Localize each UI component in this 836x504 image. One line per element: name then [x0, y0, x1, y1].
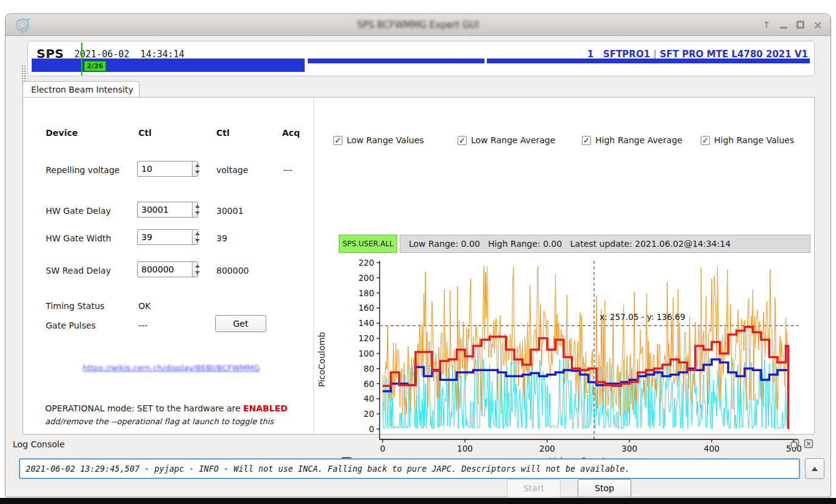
device-label: HW Gate Width	[46, 233, 111, 243]
supercycle-bar-segment-2	[308, 59, 484, 63]
checkbox-low-range-values[interactable]: ✓ Low Range Values	[333, 135, 424, 145]
spin-up-icon[interactable]	[193, 230, 197, 237]
svg-text:100: 100	[457, 444, 473, 453]
tab-electron-beam-intensity[interactable]: Electron Beam Intensity	[23, 81, 140, 98]
svg-text:200: 200	[539, 444, 555, 453]
check-icon: ✓	[459, 136, 466, 145]
maximize-button[interactable]	[793, 18, 808, 32]
device-label: SW Read Delay	[46, 266, 111, 275]
svg-text:80: 80	[364, 364, 374, 374]
checkbox-box[interactable]: ✓	[458, 136, 467, 145]
dock-float-icon[interactable]	[790, 439, 800, 449]
maximize-icon	[796, 21, 804, 29]
device-label: Timing Status	[46, 301, 104, 311]
spin-down-icon[interactable]	[193, 237, 197, 244]
gate-pulses-value: ---	[138, 321, 147, 330]
device-label: HW Gate Delay	[46, 206, 111, 216]
ctl2-value: 39	[216, 233, 227, 243]
hw-gate-width-input[interactable]	[138, 230, 192, 244]
checkbox-high-range-values[interactable]: ✓ High Range Values	[701, 135, 794, 145]
spin-up-icon[interactable]	[193, 202, 197, 210]
cycle-count-badge: 2/26	[84, 61, 106, 71]
log-console-entry[interactable]: 2021-06-02 13:29:45,507 - pyjapc - INFO …	[19, 458, 800, 479]
device-label: Gate Pulses	[46, 321, 96, 330]
sw-read-delay-spinbox[interactable]	[137, 261, 198, 277]
screen-edge-strip	[0, 498, 836, 504]
ctl2-value: 800000	[216, 266, 249, 275]
spin-down-icon[interactable]	[193, 169, 197, 176]
range-info-bar: Low Range: 0.00 High Range: 0.00 Latest …	[400, 235, 810, 253]
operational-note: add/remove the --operational flag at lau…	[45, 417, 274, 426]
hw-gate-delay-spinbox[interactable]	[137, 202, 198, 218]
log-console-title: Log Console	[13, 439, 65, 449]
svg-text:0: 0	[369, 424, 374, 434]
start-button[interactable]: Start	[507, 479, 561, 497]
device-label: Repelling voltage	[46, 165, 119, 175]
checkbox-box[interactable]: ✓	[333, 136, 342, 145]
panel-splitter[interactable]	[313, 98, 314, 434]
checkbox-high-range-average[interactable]: ✓ High Range Average	[582, 135, 682, 145]
close-icon: ×	[813, 18, 822, 31]
spin-down-icon[interactable]	[193, 210, 197, 217]
app-window: SPS BCFWMMG Expert GUI ↑ × SPS 2021-06-0…	[5, 13, 831, 497]
svg-text:x: 257.05 - y: 136.69: x: 257.05 - y: 136.69	[600, 312, 685, 322]
svg-text:40: 40	[364, 394, 374, 403]
checkbox-low-range-average[interactable]: ✓ Low Range Average	[458, 135, 555, 145]
svg-text:140: 140	[358, 318, 374, 328]
sw-read-delay-input[interactable]	[138, 262, 192, 277]
checkbox-box[interactable]: ✓	[701, 136, 710, 145]
svg-text:300: 300	[622, 444, 637, 453]
svg-text:60: 60	[364, 379, 374, 389]
operational-status: ENABLED	[243, 403, 288, 413]
log-scroll-up-button[interactable]	[805, 458, 824, 479]
svg-text:100: 100	[358, 349, 374, 358]
repelling-voltage-spinbox[interactable]	[137, 161, 198, 177]
column-header-ctl1: Ctl	[138, 128, 152, 138]
intensity-chart[interactable]: 0204060801001201401601802002200100200300…	[325, 257, 807, 460]
high-range-value: 0.00	[543, 239, 562, 249]
svg-text:160: 160	[358, 303, 374, 313]
svg-text:0: 0	[380, 444, 386, 453]
hw-gate-delay-input[interactable]	[138, 202, 192, 217]
check-icon: ✓	[583, 136, 590, 145]
latest-update-value: 2021.06.02@14:34:14	[635, 239, 731, 249]
sps-user-badge: SPS.USER.ALL	[339, 235, 397, 253]
svg-text:200: 200	[358, 273, 374, 283]
shade-window-button[interactable]: ↑	[759, 18, 774, 32]
checkbox-box[interactable]: ✓	[582, 136, 591, 145]
wiki-link[interactable]: https://wikis.cern.ch/display/BEBI/BCFWM…	[72, 363, 271, 372]
timing-status-value: OK	[138, 301, 151, 311]
supercycle-bar-segment-3	[487, 59, 810, 63]
title-bar[interactable]: SPS BCFWMMG Expert GUI ↑ ×	[5, 14, 831, 36]
check-icon: ✓	[702, 136, 709, 145]
low-range-value: 0.00	[461, 239, 480, 249]
spin-up-icon[interactable]	[193, 161, 197, 169]
dock-close-icon[interactable]	[804, 439, 813, 449]
svg-text:220: 220	[358, 258, 374, 268]
hw-gate-width-spinbox[interactable]	[137, 229, 198, 245]
svg-text:180: 180	[358, 288, 374, 298]
svg-text:400: 400	[704, 444, 720, 453]
acq-value: ---	[283, 165, 292, 175]
column-header-ctl2: Ctl	[216, 128, 230, 138]
stop-button[interactable]: Stop	[578, 479, 631, 497]
spin-up-icon[interactable]	[193, 262, 197, 269]
column-header-acq: Acq	[282, 128, 300, 138]
minimize-button[interactable]	[776, 18, 791, 32]
up-arrow-icon: ↑	[763, 20, 771, 30]
svg-text:20: 20	[364, 409, 374, 419]
operational-mode-line: OPERATIONAL mode: SET to the hardware ar…	[45, 403, 288, 413]
tab-content: Device Ctl Ctl Acq Repelling voltage vol…	[23, 97, 815, 435]
svg-text:120: 120	[358, 333, 374, 343]
spin-down-icon[interactable]	[193, 269, 197, 277]
supercycle-bar-segment-1	[32, 59, 305, 72]
repelling-voltage-input[interactable]	[138, 161, 192, 176]
window-title: SPS BCFWMMG Expert GUI	[5, 20, 831, 30]
close-button[interactable]: ×	[810, 18, 825, 32]
get-button[interactable]: Get	[215, 315, 266, 332]
check-icon: ✓	[335, 136, 341, 145]
ctl2-value: voltage	[216, 165, 248, 175]
cycle-position-cursor	[81, 43, 82, 76]
ctl2-value: 30001	[216, 206, 244, 216]
sps-telegram-header: SPS 2021-06-02 14:34:14 1 SFTPRO1 | SFT …	[27, 41, 815, 76]
